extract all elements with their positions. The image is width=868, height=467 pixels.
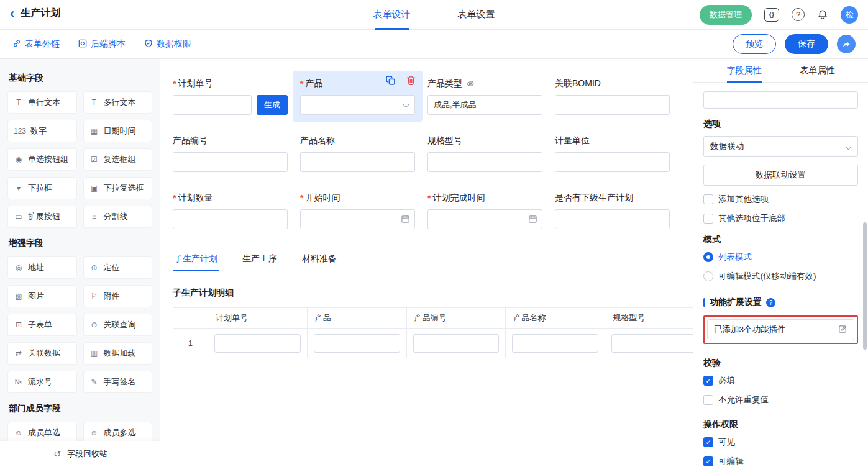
- field-item-serial[interactable]: №流水号: [7, 371, 77, 393]
- field-plan-no[interactable]: *计划单号 生成: [173, 78, 288, 115]
- field-label: 产品名称: [300, 135, 335, 147]
- data-manage-button[interactable]: 数据管理: [700, 5, 752, 25]
- cell-plan-no-input[interactable]: [214, 334, 301, 353]
- field-item-text[interactable]: T单行文本: [7, 91, 77, 114]
- checkbox-required[interactable]: ✓ 必填: [703, 375, 858, 386]
- subform-table: 计划单号 产品 产品编号 产品名称 规格型号 1: [173, 307, 693, 358]
- field-has-sub-plan[interactable]: 是否有下级生产计划: [555, 192, 670, 229]
- field-start-time[interactable]: *开始时间: [300, 192, 415, 229]
- radio-editable-mode[interactable]: 可编辑模式(仅移动端有效): [703, 271, 858, 282]
- spec-input[interactable]: [427, 152, 542, 172]
- data-permission-link[interactable]: 数据权限: [144, 39, 191, 50]
- code-icon[interactable]: {}: [764, 8, 779, 22]
- field-item-location[interactable]: ⊕定位: [83, 256, 153, 279]
- col-header: 产品名称: [506, 308, 605, 329]
- field-item-signature[interactable]: ✎手写签名: [83, 371, 153, 393]
- field-label: 计量单位: [555, 135, 590, 147]
- field-item-subform[interactable]: ⊞子表单: [7, 314, 77, 336]
- field-item-textarea[interactable]: T多行文本: [83, 91, 153, 114]
- bell-icon[interactable]: [817, 9, 828, 20]
- tab-form-properties[interactable]: 表单属性: [800, 59, 835, 82]
- backend-script-link[interactable]: 后端脚本: [78, 39, 126, 50]
- page-title[interactable]: 生产计划: [21, 7, 60, 22]
- field-item-multi-select[interactable]: ▣下拉复选框: [83, 177, 153, 199]
- scrollbar-thumb[interactable]: [863, 222, 867, 350]
- edit-icon[interactable]: [838, 324, 847, 335]
- start-time-input[interactable]: [300, 209, 415, 229]
- unit-input[interactable]: [555, 152, 670, 172]
- field-item-datetime[interactable]: ▦日期时间: [83, 120, 153, 142]
- tab-form-settings[interactable]: 表单设置: [458, 0, 495, 30]
- field-item-checkbox-group[interactable]: ☑复选框组: [83, 148, 153, 171]
- field-item-attachment[interactable]: ⚐附件: [83, 285, 153, 307]
- cell-spec-input[interactable]: [611, 334, 693, 353]
- tab-production-process[interactable]: 生产工序: [241, 248, 278, 271]
- field-recycle-bin[interactable]: ↺ 字段回收站: [0, 441, 160, 467]
- tab-field-properties[interactable]: 字段属性: [727, 59, 762, 82]
- checkbox-visible[interactable]: ✓ 可见: [703, 437, 858, 448]
- product-select[interactable]: [300, 95, 415, 115]
- cell-product-input[interactable]: [314, 334, 400, 353]
- extend-button-icon: ▭: [14, 212, 24, 221]
- copy-icon[interactable]: [385, 75, 396, 86]
- radio-list-mode[interactable]: 列表模式: [703, 252, 858, 263]
- plugin-summary[interactable]: 已添加3个功能插件: [707, 319, 854, 340]
- has-sub-plan-input[interactable]: [555, 209, 670, 229]
- field-plan-qty[interactable]: *计划数量: [173, 192, 288, 229]
- form-canvas: *计划单号 生成 *产品 产品类型: [160, 59, 693, 467]
- help-circle-icon[interactable]: ?: [766, 298, 775, 307]
- field-spec[interactable]: 规格型号: [427, 135, 542, 172]
- delete-icon[interactable]: [406, 75, 416, 86]
- field-product-name[interactable]: 产品名称: [300, 135, 415, 172]
- field-bom-id[interactable]: 关联BOMID: [555, 78, 670, 115]
- plan-qty-input[interactable]: [173, 209, 288, 229]
- tab-form-design[interactable]: 表单设计: [373, 0, 411, 30]
- field-item-radio-group[interactable]: ◉单选按钮组: [7, 148, 77, 171]
- checkbox-add-other-option[interactable]: 添加其他选项: [703, 194, 858, 205]
- bom-id-input[interactable]: [555, 95, 670, 115]
- field-item-select[interactable]: ▾下拉框: [7, 177, 77, 199]
- avatar[interactable]: 检: [841, 6, 858, 24]
- field-item-linked-data[interactable]: ⇄关联数据: [7, 342, 77, 365]
- checkbox-editable[interactable]: ✓ 可编辑: [703, 456, 858, 467]
- field-item-number[interactable]: 123数字: [7, 120, 77, 142]
- field-item-address[interactable]: ◎地址: [7, 256, 77, 279]
- save-button[interactable]: 保存: [785, 34, 828, 54]
- checkbox-box: [703, 214, 713, 224]
- field-item-divider[interactable]: ≡分割线: [83, 206, 153, 228]
- signature-icon: ✎: [89, 378, 99, 386]
- cell-product-code-input[interactable]: [413, 334, 500, 353]
- field-item-extend-button[interactable]: ▭扩展按钮: [7, 206, 77, 228]
- field-item-image[interactable]: ▨图片: [7, 285, 77, 307]
- field-product[interactable]: *产品: [293, 71, 423, 122]
- field-item-data-load[interactable]: ▥数据加载: [83, 342, 153, 365]
- field-finish-time[interactable]: *计划完成时间: [427, 192, 542, 229]
- field-label: 计划完成时间: [432, 193, 485, 204]
- back-icon[interactable]: ‹: [10, 7, 14, 20]
- plan-no-input[interactable]: [173, 95, 252, 115]
- linkage-select[interactable]: 数据联动: [703, 136, 858, 157]
- clipped-input[interactable]: [703, 91, 858, 109]
- product-name-input[interactable]: [300, 152, 415, 172]
- form-external-link[interactable]: 表单外链: [12, 39, 60, 50]
- finish-time-input[interactable]: [427, 209, 542, 229]
- publish-icon[interactable]: [837, 35, 856, 53]
- help-icon[interactable]: ?: [792, 8, 805, 21]
- field-product-type[interactable]: 产品类型: [427, 78, 542, 115]
- validate-label: 校验: [703, 358, 858, 369]
- field-item-linked-query[interactable]: ⊙关联查询: [83, 314, 153, 336]
- generate-button[interactable]: 生成: [257, 95, 288, 115]
- field-unit[interactable]: 计量单位: [555, 135, 670, 172]
- field-sidebar: 基础字段 T单行文本 T多行文本 123数字 ▦日期时间 ◉单选按钮组 ☑复选框…: [0, 59, 160, 467]
- cell-product-name-input[interactable]: [512, 334, 598, 353]
- field-product-code[interactable]: 产品编号: [173, 135, 288, 172]
- checkbox-other-option-bottom[interactable]: 其他选项位于底部: [703, 213, 858, 224]
- product-code-input[interactable]: [173, 152, 288, 172]
- preview-button[interactable]: 预览: [733, 34, 776, 54]
- tab-sub-production-plan[interactable]: 子生产计划: [173, 248, 219, 271]
- product-type-input[interactable]: [427, 95, 542, 115]
- linkage-settings-button[interactable]: 数据联动设置: [703, 165, 858, 186]
- tab-material-prep[interactable]: 材料准备: [301, 248, 338, 271]
- checkbox-no-duplicate[interactable]: 不允许重复值: [703, 394, 858, 406]
- checkbox-box: [703, 395, 713, 405]
